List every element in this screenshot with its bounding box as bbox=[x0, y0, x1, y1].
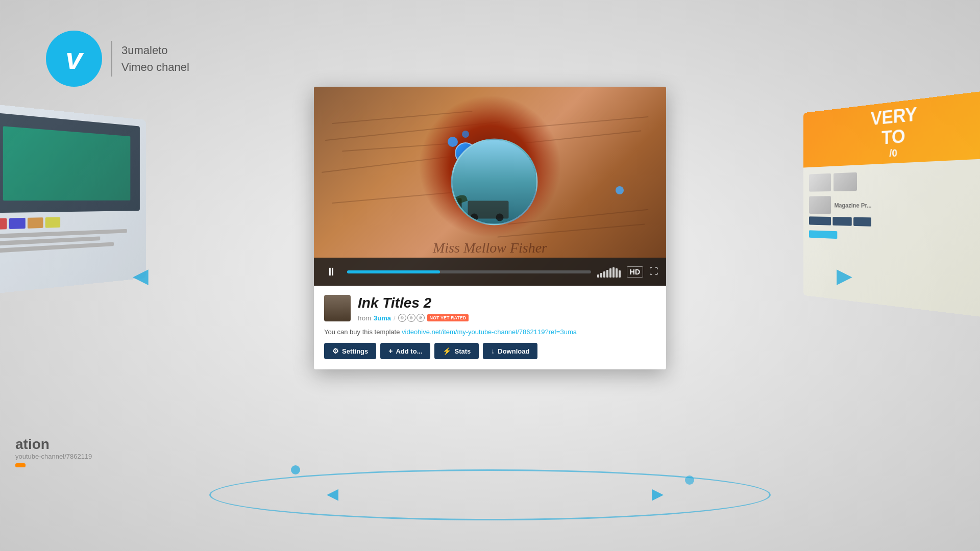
license-icon-p: ℗ bbox=[416, 314, 425, 322]
vol-bar-4 bbox=[606, 270, 608, 278]
right-panel-thumbs bbox=[809, 167, 980, 192]
color-bar-orange bbox=[28, 217, 43, 229]
magazine-thumb bbox=[809, 196, 831, 214]
color-bar-blue bbox=[9, 218, 26, 229]
settings-icon: ⚙ bbox=[332, 347, 339, 355]
stats-icon: ⚡ bbox=[443, 347, 451, 355]
blue-dot-2 bbox=[462, 131, 469, 138]
video-title-area: Ink Titles 2 from 3uma / © ® ℗ NOT YET R… bbox=[358, 295, 656, 322]
thumb-2 bbox=[834, 172, 857, 191]
center-circle-image bbox=[451, 139, 538, 226]
buy-text: You can buy this template videohive.net/… bbox=[324, 328, 656, 336]
video-from: from 3uma / © ® ℗ NOT YET RATED bbox=[358, 314, 656, 322]
ring-dot-right bbox=[685, 475, 694, 485]
hd-badge: HD bbox=[627, 266, 643, 278]
add-to-button[interactable]: + Add to... bbox=[380, 343, 430, 359]
video-thumbnail: Miss Mellow Fisher bbox=[314, 87, 666, 286]
video-title: Ink Titles 2 bbox=[358, 295, 656, 311]
right-pause-row bbox=[809, 230, 980, 246]
license-icon-c: © bbox=[398, 314, 406, 322]
avatar bbox=[324, 295, 351, 321]
info-area: Ink Titles 2 from 3uma / © ® ℗ NOT YET R… bbox=[314, 286, 666, 369]
buy-text-static: You can buy this template bbox=[324, 328, 400, 336]
left-panel-button[interactable] bbox=[15, 463, 26, 467]
right-side-panel: VERY TO /0 Magazine Pr... bbox=[803, 88, 980, 320]
color-bars bbox=[0, 215, 140, 230]
vol-bar-2 bbox=[600, 273, 602, 278]
vol-bar-6 bbox=[612, 267, 615, 278]
avatar-image bbox=[324, 295, 351, 321]
progress-bar[interactable] bbox=[347, 270, 591, 273]
stats-button[interactable]: ⚡ Stats bbox=[434, 343, 479, 359]
thumb-1 bbox=[809, 173, 831, 192]
vimeo-v-icon: v bbox=[65, 43, 82, 74]
cursive-overlay-text: Miss Mellow Fisher bbox=[433, 240, 547, 256]
progress-fill bbox=[347, 270, 440, 273]
right-btn-3 bbox=[853, 217, 871, 227]
settings-label: Settings bbox=[342, 347, 368, 355]
right-btns bbox=[809, 216, 980, 230]
vimeo-logo[interactable]: v bbox=[46, 31, 102, 87]
vol-bar-3 bbox=[603, 271, 605, 278]
vol-bar-5 bbox=[609, 268, 611, 278]
text-line-1 bbox=[0, 229, 127, 239]
ring-dot-left bbox=[291, 465, 300, 474]
circle-image-inner bbox=[453, 140, 536, 224]
video-meta: Ink Titles 2 from 3uma / © ® ℗ NOT YET R… bbox=[324, 295, 656, 322]
panel-text-lines bbox=[0, 229, 140, 254]
channel-name: 3umaleto bbox=[121, 42, 189, 59]
left-panel-title: ation bbox=[15, 436, 92, 453]
download-button[interactable]: ↓ Download bbox=[483, 343, 537, 359]
download-icon: ↓ bbox=[491, 347, 495, 355]
add-to-label: Add to... bbox=[396, 347, 422, 355]
add-icon: + bbox=[388, 347, 393, 355]
not-rated-badge: NOT YET RATED bbox=[427, 314, 469, 321]
username-link[interactable]: 3uma bbox=[374, 314, 391, 322]
color-bar-yellow bbox=[45, 217, 60, 228]
magazine-row: Magazine Pr... bbox=[809, 194, 980, 216]
settings-button[interactable]: ⚙ Settings bbox=[324, 343, 376, 359]
vol-bar-1 bbox=[597, 274, 599, 278]
orange-text-line1: VERY bbox=[871, 104, 917, 129]
monitor-inner bbox=[3, 126, 130, 201]
license-icon-r: ® bbox=[407, 314, 415, 322]
license-icons: © ® ℗ bbox=[398, 314, 425, 322]
download-label: Download bbox=[498, 347, 529, 355]
right-btn-1 bbox=[809, 216, 831, 225]
left-panel-caption: ation youtube-channel/7862119 bbox=[15, 436, 92, 469]
volume-indicator bbox=[597, 266, 621, 278]
header-divider bbox=[111, 41, 112, 77]
nav-arrow-right[interactable]: ▶ bbox=[837, 264, 852, 287]
pause-button[interactable]: ⏸ bbox=[322, 262, 341, 282]
action-buttons: ⚙ Settings + Add to... ⚡ Stats ↓ Downloa… bbox=[324, 343, 656, 359]
nav-arrow-left[interactable]: ◀ bbox=[133, 264, 149, 287]
stats-label: Stats bbox=[454, 347, 471, 355]
channel-subtitle: Vimeo chanel bbox=[121, 59, 189, 76]
right-progress bbox=[809, 230, 837, 239]
van-wheel-1 bbox=[471, 214, 478, 221]
player-card: Miss Mellow Fisher ⏸ HD ⛶ bbox=[314, 87, 666, 369]
ring-container: ◀ ▶ bbox=[184, 459, 796, 520]
ring-arrow-left-icon[interactable]: ◀ bbox=[327, 485, 338, 503]
magazine-label: Magazine Pr... bbox=[835, 202, 872, 209]
van-wheel-2 bbox=[496, 214, 504, 221]
vol-bar-8 bbox=[619, 270, 621, 278]
from-divider: / bbox=[394, 314, 396, 322]
channel-info: 3umaleto Vimeo chanel bbox=[121, 42, 189, 76]
color-bar-red bbox=[0, 218, 7, 230]
video-controls: ⏸ HD ⛶ bbox=[314, 258, 666, 286]
vol-bar-7 bbox=[616, 268, 618, 278]
ring-arrow-right-icon[interactable]: ▶ bbox=[652, 485, 664, 503]
monitor-screen bbox=[0, 112, 140, 213]
buy-link[interactable]: videohive.net/item/my-youtube-channel/78… bbox=[402, 328, 577, 336]
right-panel-orange-text: VERY TO /0 bbox=[871, 104, 917, 160]
right-panel-bottom: Magazine Pr... bbox=[803, 158, 980, 255]
vimeo-header: v 3umaleto Vimeo chanel bbox=[46, 31, 189, 87]
from-label: from bbox=[358, 314, 371, 322]
right-btn-2 bbox=[832, 217, 851, 226]
video-area: Miss Mellow Fisher ⏸ HD ⛶ bbox=[314, 87, 666, 286]
left-side-panel bbox=[0, 103, 146, 295]
fullscreen-button[interactable]: ⛶ bbox=[649, 266, 658, 277]
left-panel-url: youtube-channel/7862119 bbox=[15, 453, 92, 460]
